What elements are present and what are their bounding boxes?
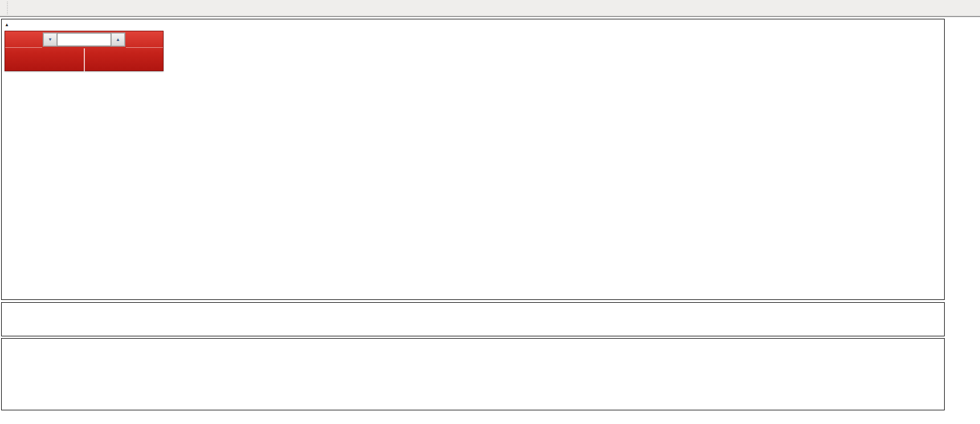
one-click-trading-panel: ▼ ▲: [5, 31, 164, 71]
buy-button[interactable]: [126, 31, 163, 48]
time-axis[interactable]: [0, 411, 980, 424]
toolbar-separator: [7, 2, 10, 14]
sell-price[interactable]: [5, 48, 85, 72]
sell-button[interactable]: [5, 31, 42, 48]
buy-price[interactable]: [85, 48, 164, 72]
mt4-window: ▲ ▼ ▲: [0, 0, 980, 424]
volume-input[interactable]: [57, 33, 111, 46]
volume-stepper: ▼ ▲: [43, 32, 125, 47]
chart-header: ▲: [5, 22, 28, 27]
toolbar: [0, 0, 980, 17]
volume-increase-button[interactable]: ▲: [111, 33, 125, 46]
collapse-arrow-icon[interactable]: ▲: [5, 22, 9, 27]
volume-decrease-button[interactable]: ▼: [43, 33, 57, 46]
macd-panel[interactable]: [1, 302, 945, 336]
rsi-panel[interactable]: [1, 338, 945, 410]
